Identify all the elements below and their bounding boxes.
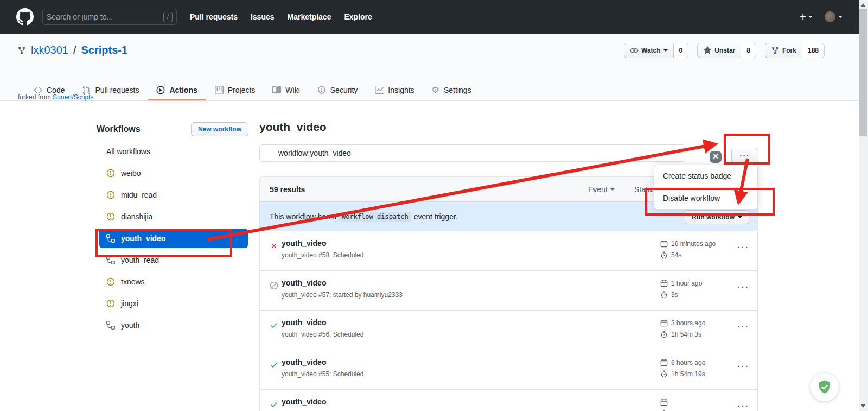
sidebar-item-youth-video[interactable]: youth_video bbox=[99, 229, 248, 248]
banner-code: workflow_dispatch bbox=[339, 212, 411, 222]
menu-item-disable-workflow[interactable]: Disable workflow bbox=[654, 187, 757, 209]
run-subtitle: youth_video #56: Scheduled bbox=[282, 331, 363, 338]
avatar bbox=[825, 11, 835, 22]
sidebar-item-dianshijia[interactable]: dianshijia bbox=[99, 207, 248, 226]
run-meta: 16 minutes ago 54s bbox=[660, 238, 716, 261]
workflows-sidebar: Workflows New workflow All workflows wei… bbox=[97, 122, 248, 337]
run-duration: 1h 54m 3s bbox=[671, 331, 701, 338]
run-meta: 3 hours ago 1h 54m 3s bbox=[660, 317, 705, 340]
clear-search-button[interactable]: ✕ bbox=[710, 151, 722, 163]
run-time: 3 hours ago bbox=[671, 319, 705, 327]
calendar-icon bbox=[660, 280, 668, 287]
repo-owner-link[interactable]: lxk0301 bbox=[31, 44, 68, 56]
repo-forked-icon bbox=[17, 46, 26, 55]
run-title-link[interactable]: youth_video bbox=[282, 358, 326, 366]
run-options-button[interactable]: ··· bbox=[737, 243, 750, 252]
run-options-button[interactable]: ··· bbox=[737, 323, 750, 331]
menu-item-create-status-badge[interactable]: Create status badge bbox=[654, 165, 757, 187]
run-row: youth_video youth_video #56: Scheduled 3… bbox=[260, 311, 757, 350]
tab-label: Actions bbox=[169, 86, 197, 94]
run-options-button[interactable]: ··· bbox=[737, 402, 750, 410]
caret-down-icon bbox=[610, 188, 615, 191]
scrollbar-down-arrow[interactable] bbox=[861, 404, 865, 408]
page-title: youth_video bbox=[259, 121, 327, 134]
sidebar-item-youth-read[interactable]: youth_read bbox=[99, 250, 248, 270]
slash-key-hint: / bbox=[163, 12, 173, 22]
run-options-button[interactable]: ··· bbox=[737, 283, 750, 292]
workflow-label: midu_read bbox=[121, 191, 157, 199]
repo-separator: / bbox=[73, 44, 76, 56]
sidebar-item-txnews[interactable]: txnews bbox=[99, 272, 248, 292]
stopwatch-icon bbox=[660, 291, 668, 299]
run-duration: 1h 54m 19s bbox=[671, 370, 705, 378]
workflow-label: youth_video bbox=[121, 234, 165, 243]
navbar-right: + bbox=[800, 11, 843, 22]
event-filter-label: Event bbox=[588, 185, 608, 194]
scrollbar-up-arrow[interactable] bbox=[861, 3, 865, 7]
fork-button-group: Fork 188 bbox=[765, 43, 825, 58]
plus-icon: + bbox=[800, 11, 806, 22]
x-failed-icon bbox=[270, 242, 278, 250]
user-menu[interactable] bbox=[825, 11, 843, 22]
sidebar-item-weibo[interactable]: weibo bbox=[99, 163, 248, 183]
run-title-link[interactable]: youth_video bbox=[282, 239, 326, 248]
stopwatch-icon bbox=[660, 370, 668, 378]
warning-icon bbox=[106, 277, 115, 286]
run-title-link[interactable]: youth_video bbox=[282, 318, 326, 327]
run-time: 16 minutes ago bbox=[671, 240, 716, 248]
cancelled-icon bbox=[270, 281, 278, 290]
github-logo-icon[interactable] bbox=[16, 8, 34, 26]
calendar-icon bbox=[660, 319, 668, 327]
sidebar-item-all-workflows[interactable]: All workflows bbox=[99, 142, 248, 161]
run-title-link[interactable]: youth_video bbox=[282, 279, 326, 287]
run-meta: 6 hours ago 1h 54m 19s bbox=[660, 357, 705, 380]
sidebar-item-midu-read[interactable]: midu_read bbox=[99, 185, 248, 205]
banner-text: This workflow has a bbox=[270, 212, 336, 221]
workflow-list: All workflows weibo midu_read dianshijia… bbox=[99, 142, 248, 335]
github-actions-page: / Pull requests Issues Marketplace Explo… bbox=[0, 0, 868, 411]
event-filter[interactable]: Event bbox=[588, 185, 615, 194]
runs-list-container: 59 results Event Status This workflow ha… bbox=[259, 176, 758, 411]
run-workflow-button[interactable]: Run workflow bbox=[685, 210, 749, 224]
tab-actions[interactable]: Actions bbox=[148, 80, 206, 100]
warning-icon bbox=[106, 191, 115, 199]
repo-name-link[interactable]: Scripts-1 bbox=[81, 44, 128, 56]
new-workflow-button[interactable]: New workflow bbox=[191, 122, 248, 136]
tab-label: Pull requests bbox=[95, 86, 139, 94]
warning-icon bbox=[106, 212, 115, 221]
run-row: youth_video youth_video #55: Scheduled 6… bbox=[260, 350, 757, 390]
run-duration: 54s bbox=[671, 251, 681, 259]
play-circle-icon bbox=[156, 86, 165, 94]
warning-icon bbox=[106, 299, 115, 308]
run-time: 1 hour ago bbox=[671, 280, 702, 287]
tab-projects[interactable]: Projects bbox=[206, 80, 264, 100]
status-filter-label: Status bbox=[634, 185, 656, 194]
scrollbar-thumb[interactable] bbox=[859, 9, 867, 136]
runs-search-input[interactable] bbox=[259, 144, 685, 162]
fork-label: Fork bbox=[782, 47, 796, 54]
tab-label: Projects bbox=[228, 86, 256, 94]
fork-button[interactable]: Fork bbox=[765, 43, 802, 58]
check-icon bbox=[270, 400, 278, 409]
global-search-input[interactable] bbox=[47, 12, 160, 21]
tab-code[interactable]: Code bbox=[25, 80, 73, 100]
run-title-link[interactable]: youth_video bbox=[282, 397, 326, 406]
warning-icon bbox=[106, 169, 115, 178]
nav-pull-requests[interactable]: Pull requests bbox=[190, 12, 238, 21]
workflow-icon bbox=[106, 234, 115, 243]
run-options-button[interactable]: ··· bbox=[737, 362, 750, 371]
workflow-options-menu: Create status badge Disable workflow bbox=[654, 165, 758, 210]
tab-pull-requests[interactable]: Pull requests bbox=[73, 80, 148, 100]
sidebar-item-youth[interactable]: youth bbox=[99, 315, 248, 335]
run-row: youth_video youth_video #58: Scheduled 1… bbox=[260, 231, 757, 271]
fork-count[interactable]: 188 bbox=[802, 43, 825, 58]
sidebar-item-jingxi[interactable]: jingxi bbox=[99, 294, 248, 313]
adguard-badge[interactable] bbox=[810, 373, 839, 401]
run-workflow-label: Run workflow bbox=[692, 213, 735, 221]
caret-down-icon bbox=[738, 216, 742, 218]
create-new-menu[interactable]: + bbox=[800, 11, 813, 22]
calendar-icon bbox=[660, 399, 668, 406]
workflow-icon bbox=[106, 256, 115, 264]
workflow-label: txnews bbox=[121, 277, 145, 286]
check-icon bbox=[270, 361, 278, 369]
